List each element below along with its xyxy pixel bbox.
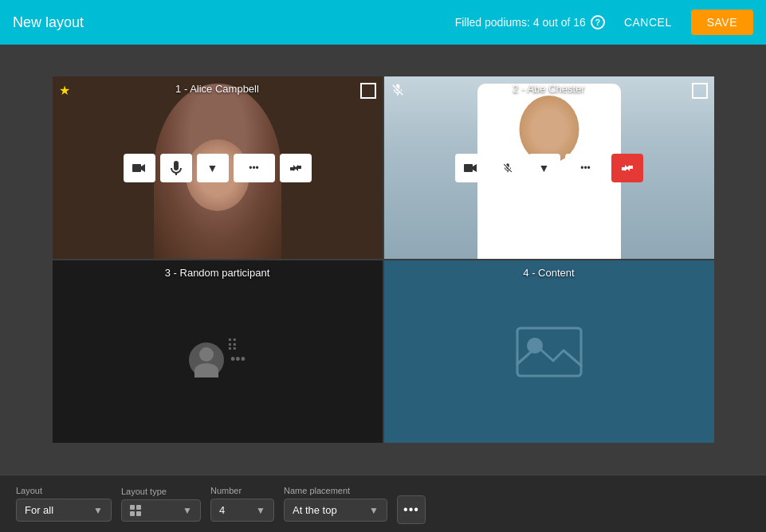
mic-button-1[interactable] [160, 154, 192, 182]
name-placement-value: At the top [293, 504, 337, 516]
header-actions: Filled podiums: 4 out of 16 ? CANCEL SAV… [455, 10, 753, 35]
layout-value: For all [25, 504, 53, 516]
content-placeholder [513, 324, 585, 380]
svg-point-1 [527, 338, 543, 354]
layout-dropdown-group: Layout For all ▼ [16, 486, 112, 522]
layout-label: Layout [16, 486, 112, 495]
grid-layout-icon [130, 505, 141, 516]
camera-button-1[interactable] [124, 154, 155, 182]
star-icon: ★ [59, 83, 70, 98]
random-participant-icon: ⠿ ••• [189, 342, 246, 377]
bottom-toolbar: Layout For all ▼ Layout type ▼ Number 4 … [0, 475, 766, 532]
layout-type-label: Layout type [121, 487, 201, 496]
swap-button-2[interactable] [611, 154, 643, 182]
number-value: 4 [219, 504, 225, 516]
mic-dropdown-1[interactable]: ▼ [197, 154, 229, 182]
filled-podiums-info: Filled podiums: 4 out of 16 ? [455, 15, 605, 29]
number-dropdown[interactable]: 4 ▼ [210, 499, 274, 522]
page-title: New layout [13, 14, 84, 31]
cell-2-checkbox[interactable] [692, 83, 708, 99]
cell-3-label: 3 - Random participant [165, 267, 270, 279]
grid-dots-icon: ⠿ [226, 336, 238, 355]
cell-1-controls: ▼ ••• [124, 154, 312, 182]
main-content: ★ 1 - Alice Campbell ▼ ••• [0, 45, 766, 475]
number-chevron-icon: ▼ [256, 505, 265, 516]
mic-dropdown-2[interactable]: ▼ [528, 154, 560, 182]
save-button[interactable]: SAVE [691, 10, 753, 35]
cell-1-label: 1 - Alice Campbell [175, 83, 259, 95]
camera-button-2[interactable] [455, 154, 487, 182]
layout-dropdown[interactable]: For all ▼ [16, 499, 112, 522]
name-placement-chevron-icon: ▼ [369, 505, 379, 516]
name-placement-dropdown-group: Name placement At the top ▼ [284, 486, 387, 522]
video-cell-4[interactable]: 4 - Content [384, 260, 714, 443]
cell-4-label: 4 - Content [523, 267, 574, 279]
person-icon [189, 342, 224, 377]
cancel-button[interactable]: CANCEL [618, 13, 678, 32]
name-placement-label: Name placement [284, 486, 387, 495]
mute-icon-2 [391, 83, 405, 100]
video-cell-2[interactable]: 2 - Abe Chester ▼ ••• [384, 76, 714, 259]
name-placement-dropdown[interactable]: At the top ▼ [284, 499, 387, 522]
cell-2-controls: ▼ ••• [455, 154, 643, 182]
video-cell-3[interactable]: 3 - Random participant ⠿ ••• [53, 260, 383, 443]
number-dropdown-group: Number 4 ▼ [210, 486, 274, 522]
cell-1-checkbox[interactable] [360, 83, 376, 99]
more-options-button[interactable]: ••• [397, 495, 426, 524]
video-grid: ★ 1 - Alice Campbell ▼ ••• [53, 76, 714, 443]
cell-2-label: 2 - Abe Chester [513, 83, 584, 95]
header: New layout Filled podiums: 4 out of 16 ?… [0, 0, 766, 45]
layout-type-chevron-icon: ▼ [183, 505, 192, 516]
video-cell-1[interactable]: ★ 1 - Alice Campbell ▼ ••• [53, 76, 383, 259]
layout-chevron-icon: ▼ [93, 505, 103, 516]
mic-button-2[interactable] [492, 154, 524, 182]
more-options-2[interactable]: ••• [565, 154, 607, 182]
svg-rect-0 [517, 328, 581, 376]
layout-type-dropdown-group: Layout type ▼ [121, 487, 201, 522]
more-options-1[interactable]: ••• [234, 154, 275, 182]
number-label: Number [210, 486, 274, 495]
layout-type-dropdown[interactable]: ▼ [121, 499, 201, 522]
help-icon[interactable]: ? [591, 15, 605, 29]
swap-button-1[interactable] [280, 154, 312, 182]
